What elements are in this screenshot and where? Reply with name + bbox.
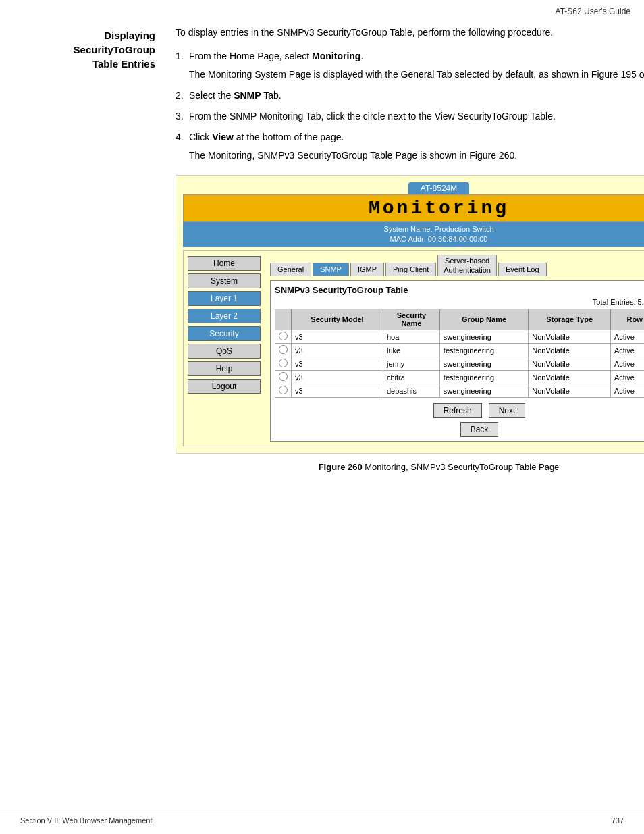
row-model: v3: [292, 357, 383, 371]
row-storage: NonVolatile: [529, 330, 611, 344]
row-name: jenny: [383, 357, 439, 371]
footer-right: 737: [612, 816, 624, 825]
intro-text: To display entries in the SNMPv3 Securit…: [176, 26, 644, 40]
row-radio[interactable]: [275, 357, 292, 371]
row-name: hoa: [383, 330, 439, 344]
header-title: AT-S62 User's Guide: [556, 7, 630, 16]
content-area: General SNMP IGMP Ping Client Server-bas…: [265, 251, 644, 446]
footer-left: Section VIII: Web Browser Management: [20, 816, 152, 825]
device-tab: AT-8524M: [408, 182, 469, 194]
row-status: Active: [610, 357, 644, 371]
row-name: chitra: [383, 371, 439, 384]
btn-row-1: Refresh Next: [275, 403, 644, 418]
nav-help[interactable]: Help: [188, 361, 261, 376]
col-security-model: Security Model: [292, 309, 383, 330]
row-model: v3: [292, 344, 383, 357]
row-group: testengineering: [439, 344, 528, 357]
row-radio[interactable]: [275, 330, 292, 344]
nav-security[interactable]: Security: [188, 326, 261, 341]
step1-bold: Monitoring: [312, 51, 360, 61]
row-model: v3: [292, 384, 383, 398]
tab-ping-client[interactable]: Ping Client: [385, 263, 436, 276]
row-storage: NonVolatile: [529, 357, 611, 371]
nav-sidebar: Home System Layer 1 Layer 2 Security QoS…: [184, 251, 265, 446]
btn-row-2: Back: [275, 422, 644, 437]
nav-layer2[interactable]: Layer 2: [188, 309, 261, 323]
nav-qos[interactable]: QoS: [188, 344, 261, 359]
nav-logout[interactable]: Logout: [188, 379, 261, 394]
row-status: Active: [610, 330, 644, 344]
col-group-name: Group Name: [439, 309, 528, 330]
page-header: AT-S62 User's Guide: [0, 0, 644, 19]
step-2: Select the SNMP Tab.: [176, 88, 644, 103]
nav-layer1[interactable]: Layer 1: [188, 291, 261, 306]
row-name: debashis: [383, 384, 439, 398]
row-status: Active: [610, 384, 644, 398]
table-row: v3 hoa swengineering NonVolatile Active: [275, 330, 645, 344]
col-security-name: SecurityName: [383, 309, 439, 330]
security-to-group-table: Security Model SecurityName Group Name S…: [275, 309, 644, 398]
total-entries: Total Entries: 5. Page 1 of 2: [275, 298, 644, 306]
refresh-button[interactable]: Refresh: [433, 403, 482, 418]
table-row: v3 jenny swengineering NonVolatile Activ…: [275, 357, 645, 371]
row-model: v3: [292, 330, 383, 344]
nav-system[interactable]: System: [188, 273, 261, 288]
monitoring-banner: Monitoring: [183, 194, 644, 222]
row-radio[interactable]: [275, 344, 292, 357]
col-storage-type: Storage Type: [529, 309, 611, 330]
col-blank: [275, 309, 292, 330]
step2-bold: SNMP: [234, 90, 261, 101]
row-storage: NonVolatile: [529, 384, 611, 398]
back-button[interactable]: Back: [460, 422, 499, 437]
step1-sub: The Monitoring System Page is displayed …: [189, 68, 644, 82]
row-model: v3: [292, 371, 383, 384]
system-info-bar: System Name: Production Switch MAC Addr:…: [183, 222, 644, 247]
next-button[interactable]: Next: [489, 403, 526, 418]
step-3: From the SNMP Monitoring Tab, click the …: [176, 109, 644, 124]
figure-caption-text: Monitoring, SNMPv3 SecurityToGroup Table…: [363, 462, 560, 472]
row-radio[interactable]: [275, 371, 292, 384]
row-status: Active: [610, 371, 644, 384]
table-section: SNMPv3 SecurityToGroup Table Total Entri…: [270, 280, 644, 442]
table-row: v3 luke testengineering NonVolatile Acti…: [275, 344, 645, 357]
figure-caption: Figure 260 Monitoring, SNMPv3 SecurityTo…: [176, 462, 644, 472]
tab-server-auth[interactable]: Server-basedAuthentication: [437, 255, 497, 277]
table-title: SNMPv3 SecurityToGroup Table: [275, 285, 644, 295]
tab-event-log[interactable]: Event Log: [498, 263, 547, 276]
row-group: swengineering: [439, 384, 528, 398]
tabs-row: General SNMP IGMP Ping Client Server-bas…: [270, 255, 644, 277]
page-footer: Section VIII: Web Browser Management 737: [0, 812, 644, 825]
step-1: From the Home Page, select Monitoring. T…: [176, 49, 644, 82]
tab-igmp[interactable]: IGMP: [350, 263, 384, 276]
row-status: Active: [610, 344, 644, 357]
tab-snmp[interactable]: SNMP: [313, 263, 349, 276]
step-4: Click View at the bottom of the page. Th…: [176, 130, 644, 163]
row-group: swengineering: [439, 330, 528, 344]
section-title: Displaying SecurityToGroup Table Entries: [27, 28, 155, 71]
nav-home[interactable]: Home: [188, 256, 261, 271]
row-name: luke: [383, 344, 439, 357]
figure-caption-bold: Figure 260: [319, 462, 363, 472]
row-radio[interactable]: [275, 384, 292, 398]
step4-bold: View: [212, 132, 234, 142]
row-storage: NonVolatile: [529, 344, 611, 357]
row-group: testengineering: [439, 371, 528, 384]
step4-sub: The Monitoring, SNMPv3 SecurityToGroup T…: [189, 149, 644, 163]
row-storage: NonVolatile: [529, 371, 611, 384]
tab-general[interactable]: General: [270, 263, 311, 276]
table-row: v3 debashis swengineering NonVolatile Ac…: [275, 384, 645, 398]
figure-container: AT-8524M Monitoring System Name: Product…: [176, 175, 644, 454]
table-row: v3 chitra testengineering NonVolatile Ac…: [275, 371, 645, 384]
col-row-status: Row Status: [610, 309, 644, 330]
row-group: swengineering: [439, 357, 528, 371]
